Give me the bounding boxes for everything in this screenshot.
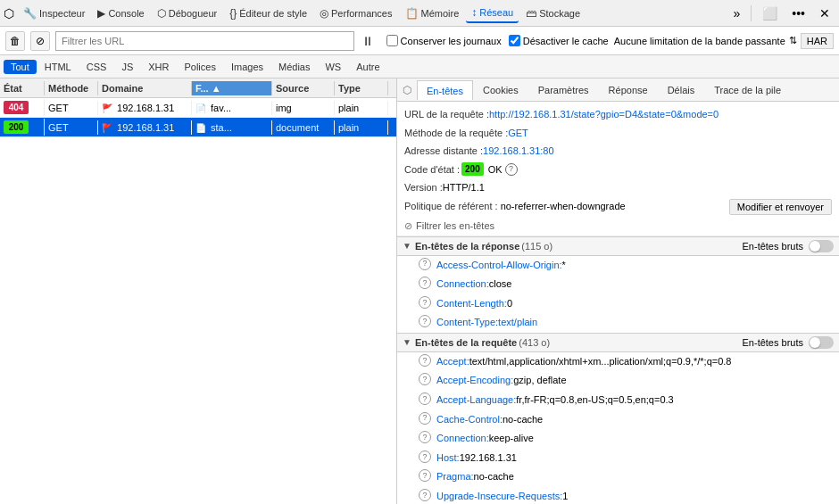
headers-filter-row: ⊘ Filtrer les en-têtes (397, 217, 839, 236)
modify-resend-button[interactable]: Modifier et renvoyer (729, 199, 832, 215)
source-cell: document (272, 120, 335, 135)
help-icon[interactable]: ? (419, 277, 431, 289)
help-icon[interactable]: ? (419, 431, 431, 443)
help-icon[interactable]: ? (419, 412, 431, 425)
dots-button[interactable]: ••• (786, 4, 810, 23)
method-cell: GET (45, 120, 98, 135)
filter-tab-polices[interactable]: Polices (177, 60, 222, 74)
toggle-thumb (810, 241, 820, 252)
url-options: Conserver les journaux Désactiver le cac… (386, 35, 609, 46)
referrer-row: Politique de référent : no-referrer-when… (397, 197, 839, 217)
request-header-item: ? Upgrade-Insecure-Requests: 1 (397, 487, 839, 504)
response-headers-section[interactable]: ▼ En-têtes de la réponse (115 o) En-tête… (397, 236, 839, 256)
request-header-item: ? Accept-Encoding: gzip, deflate (397, 371, 839, 391)
request-list-panel: État Méthode Domaine F... ▲ Source Type … (0, 78, 397, 504)
tab-delais[interactable]: Délais (658, 80, 705, 100)
har-button[interactable]: HAR (801, 33, 834, 49)
stockage-tab[interactable]: 🗃 Stockage (520, 4, 586, 22)
status-help-icon[interactable]: ? (505, 163, 518, 176)
section-right: En-têtes bruts (743, 240, 834, 252)
section-toggle-icon: ▼ (403, 241, 411, 251)
help-icon[interactable]: ? (419, 450, 431, 463)
request-header-item: ? Pragma: no-cache (397, 467, 839, 487)
filter-tab-html[interactable]: HTML (37, 60, 79, 74)
editeur-tab[interactable]: {} Éditeur de style (224, 4, 312, 22)
filter-tab-ws[interactable]: WS (318, 60, 348, 74)
type-cell: plain (335, 120, 388, 135)
filter-button[interactable]: ⊘ (30, 31, 50, 51)
headers-filter-input[interactable]: Filtrer les en-têtes (416, 220, 832, 231)
type-cell: plain (335, 101, 388, 115)
help-icon[interactable]: ? (419, 373, 431, 385)
help-icon[interactable]: ? (419, 296, 431, 309)
filter-tab-xhr[interactable]: XHR (141, 60, 176, 74)
reseau-icon: ↕ (471, 6, 477, 19)
filter-icon: ⊘ (404, 220, 412, 232)
method-cell: GET (45, 101, 98, 115)
filter-tab-autre[interactable]: Autre (349, 60, 386, 74)
filter-tab-js[interactable]: JS (114, 60, 140, 74)
help-icon[interactable]: ? (419, 489, 431, 501)
inspecteur-icon: 🔧 (23, 7, 37, 20)
request-header-item: ? Accept: text/html,application/xhtml+xm… (397, 352, 839, 372)
filter-tab-images[interactable]: Images (224, 60, 270, 74)
disable-cache-input[interactable] (509, 35, 520, 46)
remote-address-row: Adresse distante : 192.168.1.31:80 (397, 142, 839, 161)
table-row[interactable]: 404 GET 🚩 192.168.1.31 📄 fav... img plai… (0, 98, 396, 118)
window-button[interactable]: ⬜ (757, 4, 783, 23)
disable-cache-checkbox[interactable]: Désactiver le cache (509, 35, 609, 46)
header-fichier[interactable]: F... ▲ (192, 81, 272, 95)
help-icon[interactable]: ? (419, 315, 431, 327)
filter-tab-medias[interactable]: Médias (271, 60, 317, 74)
raw-toggle-response[interactable] (809, 240, 834, 252)
header-type[interactable]: Type (335, 81, 388, 95)
pause-button[interactable]: ⏸ (360, 32, 376, 50)
raw-toggle-request[interactable] (809, 336, 834, 349)
trash-button[interactable]: 🗑 (5, 31, 25, 51)
tab-entetes[interactable]: En-têtes (417, 80, 473, 100)
filter-tab-tout[interactable]: Tout (4, 60, 37, 74)
header-methode[interactable]: Méthode (45, 81, 98, 95)
preserve-logs-checkbox[interactable]: Conserver les journaux (386, 35, 502, 46)
header-etat[interactable]: État (0, 81, 45, 95)
bandwidth-icon: ⇅ (789, 35, 797, 46)
request-method-row: Méthode de la requête : GET (397, 124, 839, 143)
response-header-item: ? Connection: close (397, 275, 839, 294)
tab-reponse[interactable]: Réponse (599, 80, 658, 100)
help-icon[interactable]: ? (419, 392, 431, 405)
file-cell: 📄 fav... (192, 101, 272, 115)
help-icon[interactable]: ? (419, 354, 431, 367)
request-header-item: ? Accept-Language: fr,fr-FR;q=0.8,en-US;… (397, 391, 839, 410)
preserve-logs-input[interactable] (386, 35, 398, 46)
memoire-tab[interactable]: 📋 Mémoire (400, 4, 465, 22)
more-button[interactable]: » (727, 4, 745, 23)
inspecteur-tab[interactable]: 🔧 Inspecteur (18, 4, 90, 22)
table-row[interactable]: 200 GET 🚩 192.168.1.31 📄 sta... document… (0, 118, 396, 137)
request-headers-section[interactable]: ▼ En-têtes de la requête (413 o) En-tête… (397, 333, 839, 352)
help-icon[interactable]: ? (419, 258, 431, 270)
detail-tabs: ⬡ En-têtes Cookies Paramètres Réponse Dé… (397, 78, 839, 102)
domain-icon: 🚩 (102, 103, 112, 113)
reseau-tab[interactable]: ↕ Réseau (466, 4, 519, 23)
section-toggle-icon: ▼ (403, 337, 411, 347)
tab-cookies[interactable]: Cookies (473, 80, 528, 100)
header-source[interactable]: Source (272, 81, 335, 95)
url-filter-input[interactable] (55, 31, 354, 51)
debogueur-tab[interactable]: ⬡ Débogueur (152, 4, 222, 22)
version-row: Version : HTTP/1.1 (397, 178, 839, 197)
performances-tab[interactable]: ◎ Performances (314, 4, 397, 22)
header-domaine[interactable]: Domaine (98, 81, 192, 95)
editeur-icon: {} (229, 7, 237, 20)
help-icon[interactable]: ? (419, 469, 431, 482)
close-button[interactable]: ✕ (814, 4, 835, 23)
detail-tab-icon[interactable]: ⬡ (399, 84, 415, 96)
filter-tab-css[interactable]: CSS (79, 60, 114, 74)
devtools-icon: ⬡ (4, 6, 14, 21)
tab-trace[interactable]: Trace de la pile (704, 80, 791, 100)
console-tab[interactable]: ▶ Console (92, 4, 149, 22)
tab-parametres[interactable]: Paramètres (528, 80, 599, 100)
console-icon: ▶ (97, 7, 105, 20)
bandwidth-selector[interactable]: Aucune limitation de la bande passante ⇅… (614, 33, 834, 49)
request-detail-panel: ⬡ En-têtes Cookies Paramètres Réponse Dé… (397, 78, 839, 504)
memoire-icon: 📋 (405, 7, 419, 20)
